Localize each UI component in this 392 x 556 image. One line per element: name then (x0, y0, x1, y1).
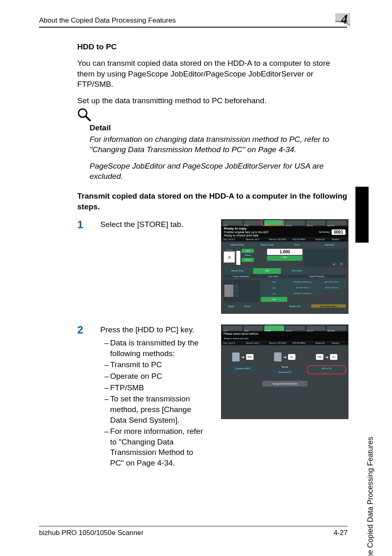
ss1-density-lighter[interactable]: Lighter (242, 249, 254, 253)
ss1-auto-zoom[interactable]: Auto Zoom (283, 268, 311, 274)
ss1-application-panel: ▲▼ (304, 249, 346, 267)
ss1-bar-modes: Modes E/I (316, 238, 332, 241)
ss1-density-scale (236, 251, 240, 265)
running-header: About the Copied Data Processing Feature… (39, 16, 176, 25)
ss1-hdr-origsetting[interactable]: Original Setting (223, 243, 251, 247)
ss2-manual-label: Manual (281, 366, 288, 368)
ss1-output-panel (224, 280, 260, 302)
screenshot-hdd-to-pc: COPY SCAN STORE RECALL JOB LIST MACHINE … (221, 324, 348, 419)
ss1-status-title: Ready to copy (224, 227, 269, 231)
ss1-direction-value[interactable]: A (224, 251, 235, 263)
ss1-hdr-outputapp[interactable]: Output Application (224, 275, 258, 278)
ss1-setnum-label: Set Number (319, 231, 330, 233)
ss1-hdr-zoom[interactable]: Zoom (283, 243, 311, 247)
ss1-paper-2[interactable]: A4 D 11x17 Normal (318, 280, 346, 285)
detail-label: Detail (90, 123, 348, 132)
ss1-hdr-paperpreset[interactable]: Paper Presetting (288, 275, 346, 278)
highlight-store-tab (261, 219, 284, 226)
ss1-density-darker[interactable]: Darker (242, 258, 254, 262)
ss2-scanner-to-hdd-icon: ➜HDD (228, 350, 257, 364)
ss2-hdd-to-pc-icon: HDD➜PC (312, 350, 341, 364)
ss2-tab-copy[interactable]: COPY (223, 326, 242, 331)
footer-page-number: 4-27 (334, 529, 348, 537)
section-title: HDD to PC (77, 42, 348, 51)
ss1-cm-12[interactable]: 1>2 (261, 291, 287, 296)
ss2-tab-recall[interactable]: RECALL (286, 326, 305, 331)
step-2-bullet-5: To set the transmission method, press [C… (110, 394, 207, 425)
step-2-bullet-6: For more information, refer to "Changing… (110, 426, 207, 468)
side-chapter-tab (355, 187, 369, 243)
ss1-setnum: 0001 (332, 229, 346, 235)
screenshot-store-tab: COPY SCAN STORE RECALL JOB LIST MACHINE … (221, 219, 348, 314)
step-2-bullet-4: FTP/SMB (110, 382, 144, 393)
ss1-density-normal[interactable]: Normal (242, 253, 254, 257)
ss2-tab-joblist[interactable]: JOB LIST (307, 326, 326, 331)
ss1-paper-1[interactable]: SPECIAL 12x18 Normal (288, 280, 317, 285)
detail-text-2: PageScope JobEditor and PageScope JobEdi… (90, 161, 348, 182)
ss1-tab-joblist[interactable]: JOB LIST (307, 220, 326, 225)
ss1-output-icon (224, 285, 233, 297)
ss2-bar-reserve: Reserve Job 0 (246, 342, 269, 345)
ss2-tab-store[interactable]: STORE (265, 326, 284, 331)
step-1-text: Select the [STORE] tab. (100, 220, 183, 229)
step-number-1: 1 (77, 219, 86, 314)
ss1-aes[interactable]: AES (253, 268, 281, 274)
ss2-status-sub: Ready to receive print data (221, 337, 348, 341)
ss1-punch[interactable]: Punch (240, 304, 255, 308)
ss1-cm-21[interactable]: 2>1 (261, 285, 287, 290)
svg-line-1 (86, 116, 90, 120)
ss1-status-sub2: Ready to receive print data (224, 234, 269, 237)
highlight-hdd-to-pc (307, 365, 346, 374)
ss1-tab-copy[interactable]: COPY (223, 220, 242, 225)
ss1-staple[interactable]: Staple (224, 304, 239, 308)
footer-rule (39, 526, 347, 526)
ss1-bar-reserve: Reserve Job 0 (246, 238, 269, 241)
ss1-app-up[interactable]: ▲ (331, 262, 337, 266)
ss2-bar-memory: Memory 100.000% (269, 342, 292, 345)
ss1-hdr-application[interactable]: Application (313, 243, 346, 247)
intro-paragraph-2: Set up the data transmitting method to P… (77, 95, 348, 106)
detail-text-1: For information on changing data transmi… (90, 134, 348, 155)
ss2-bar-origcount: Orig. Count 0 (221, 342, 246, 345)
ss1-hdr-copymode[interactable]: Copy Mode (260, 275, 286, 278)
ss2-tab-machine[interactable]: MACHINE (327, 326, 346, 331)
ss1-hdr-specialimage[interactable]: Special Image (253, 243, 281, 247)
ss2-tab-scan[interactable]: SCAN (244, 326, 263, 331)
header-rule (39, 27, 347, 28)
ss1-out-offset[interactable] (234, 293, 238, 297)
ss1-paper-5[interactable]: SPECIAL 12x18 Normal (288, 291, 317, 296)
ss2-scanner-to-pc-icon: ➜PC (270, 350, 299, 364)
ss2-scanner-to-pc-button[interactable]: Scanner to PC (267, 369, 302, 375)
ss1-paper-3[interactable]: A4 12x18 Normal (288, 285, 317, 290)
ss1-out-sort[interactable] (234, 284, 238, 288)
ss1-app-down[interactable]: ▼ (339, 262, 344, 266)
procedure-lead: Transmit copied data stored on the HDD-A… (77, 191, 348, 212)
ss1-cm-22[interactable]: 2>2 (261, 280, 287, 285)
ss2-bar-rotation: Rotation (332, 342, 348, 345)
ss1-memory-scan[interactable]: Memory Scan (224, 268, 251, 274)
chapter-number: 4 (341, 12, 348, 27)
ss1-rotation-off[interactable]: Rotation Off (280, 304, 310, 308)
ss1-auto-paper-select[interactable]: Auto Paper Select (311, 304, 346, 308)
ss1-cm-11[interactable]: 1>1 (261, 297, 287, 302)
ss1-out-group[interactable] (234, 289, 238, 293)
ss1-status-sub1: Position original face up in the ADF (224, 231, 269, 234)
magnifier-icon (77, 108, 91, 122)
step-2-bullet-3: Operate on PC (110, 371, 162, 382)
side-chapter-label: Chapter 4 (367, 214, 376, 245)
ss2-change-data-send-button[interactable]: Change Data Send System (262, 381, 307, 387)
intro-paragraph-1: You can transmit copied data stored on t… (77, 58, 348, 90)
ss1-zoom-value: 1.000 (267, 249, 302, 255)
ss1-tab-recall[interactable]: RECALL (286, 220, 305, 225)
ss1-tab-machine[interactable]: MACHINE (327, 220, 346, 225)
footer-product: bizhub PRO 1050/1050e Scanner (39, 529, 143, 537)
ss1-bar-memory: Memory 100.000% (269, 238, 292, 241)
ss2-scanner-to-hdd-button[interactable]: Scanner to HDD (226, 366, 260, 371)
ss1-bar-hdd: HDD 99.998% (292, 238, 315, 241)
ss1-paper-4[interactable]: A3 11x17 Normal (318, 285, 346, 290)
ss1-direction-label: Direction (226, 249, 233, 251)
ss1-bar-rotation: Rotation (332, 238, 348, 241)
side-running-title: About the Copied Data Processing Feature… (366, 437, 375, 556)
ss1-zoom-x1[interactable]: x1.0 (267, 256, 302, 261)
ss1-bar-origcount: Orig. Count 0 (221, 238, 246, 241)
